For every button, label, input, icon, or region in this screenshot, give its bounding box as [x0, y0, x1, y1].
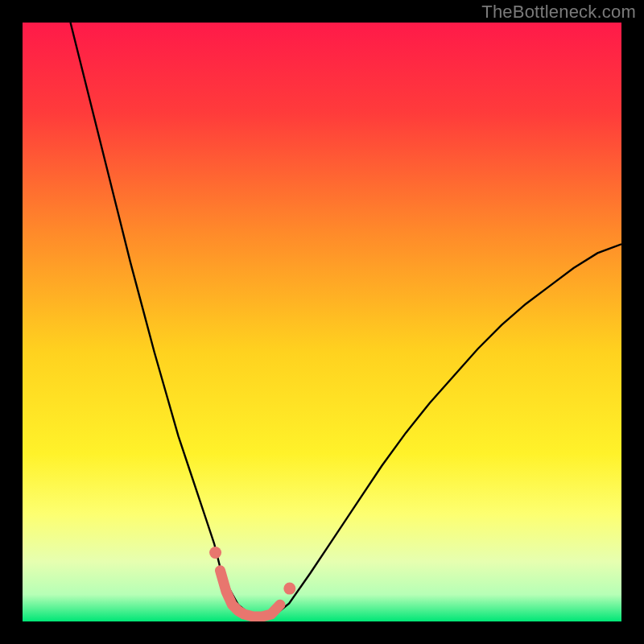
chart-frame: TheBottleneck.com: [0, 0, 644, 644]
marker-dot: [209, 547, 221, 559]
gradient-background: [23, 23, 621, 621]
marker-dot: [283, 583, 295, 595]
bottleneck-chart: [23, 23, 621, 621]
watermark-text: TheBottleneck.com: [481, 2, 636, 23]
plot-area: [23, 23, 621, 621]
